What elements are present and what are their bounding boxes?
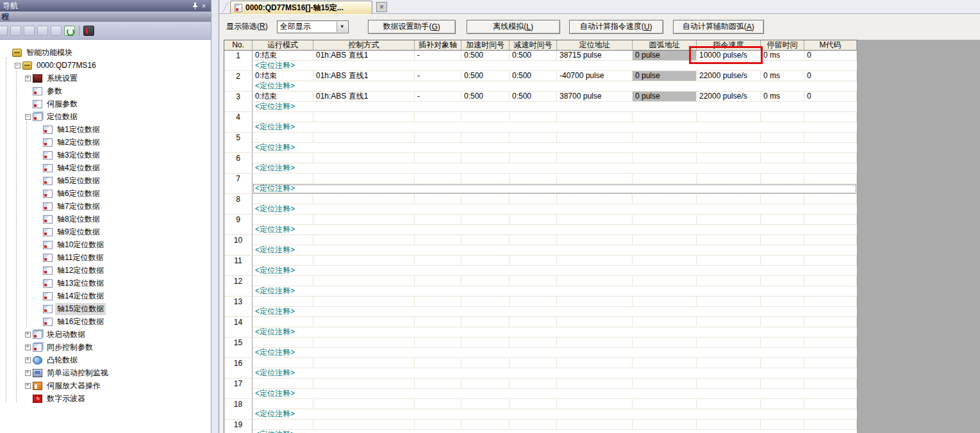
data-cell[interactable] <box>697 317 761 327</box>
data-cell[interactable] <box>804 215 857 225</box>
data-cell[interactable] <box>510 133 557 143</box>
row-number-cell[interactable]: 10 <box>224 235 253 256</box>
data-cell[interactable] <box>415 235 461 245</box>
data-cell[interactable] <box>804 297 857 307</box>
data-cell[interactable] <box>510 194 557 204</box>
row-number-cell[interactable]: 5 <box>224 133 253 153</box>
data-cell[interactable] <box>557 276 633 286</box>
positioning-comment-cell[interactable]: <定位注释> <box>253 327 857 338</box>
data-cell[interactable] <box>697 379 761 389</box>
data-cell[interactable] <box>313 194 415 204</box>
data-cell[interactable] <box>697 194 761 204</box>
data-cell[interactable] <box>253 194 313 204</box>
positioning-comment-cell[interactable]: <定位注释> <box>253 163 857 174</box>
data-cell[interactable] <box>633 194 697 204</box>
row-number-cell[interactable]: 11 <box>224 256 253 276</box>
data-cell[interactable] <box>461 420 510 430</box>
data-cell[interactable] <box>313 256 415 266</box>
data-cell[interactable] <box>510 174 557 184</box>
row-number-cell[interactable]: 16 <box>224 358 253 379</box>
data-cell[interactable] <box>697 399 761 409</box>
data-cell[interactable] <box>761 338 804 348</box>
data-cell[interactable] <box>253 358 313 368</box>
tree-item[interactable]: 轴11定位数据 <box>0 251 210 264</box>
display-filter-select[interactable]: 全部显示 ▼ <box>277 20 349 33</box>
data-cell[interactable] <box>253 153 313 163</box>
expander-box[interactable]: + <box>25 357 31 363</box>
data-cell[interactable] <box>253 133 313 143</box>
positioning-comment-cell[interactable]: <定位注释> <box>253 286 857 297</box>
data-cell[interactable] <box>253 256 313 266</box>
data-cell[interactable] <box>761 276 804 286</box>
data-cell[interactable] <box>697 338 761 348</box>
data-cell[interactable] <box>313 420 415 430</box>
tree-item[interactable]: 轴4定位数据 <box>0 161 210 174</box>
data-cell[interactable] <box>461 256 510 266</box>
row-number-cell[interactable]: 3 <box>224 92 253 112</box>
data-cell[interactable]: 22000 pulse/s <box>697 71 761 81</box>
data-cell[interactable] <box>253 297 313 307</box>
data-cell[interactable] <box>461 174 510 184</box>
expand-plus-icon[interactable]: + <box>23 368 32 377</box>
positioning-comment-cell[interactable]: <定位注释> <box>253 368 857 379</box>
positioning-comment-cell[interactable]: <定位注释> <box>253 143 857 153</box>
data-cell[interactable] <box>804 133 857 143</box>
data-cell[interactable] <box>633 358 697 368</box>
data-cell[interactable] <box>557 297 633 307</box>
tree-item[interactable]: 轴1定位数据 <box>0 123 210 136</box>
positioning-comment-cell[interactable]: <定位注释> <box>253 409 857 420</box>
data-cell[interactable] <box>253 174 313 184</box>
row-number-cell[interactable]: 18 <box>224 399 253 420</box>
tree-item[interactable]: 轴6定位数据 <box>0 187 210 200</box>
data-cell[interactable] <box>313 358 415 368</box>
expand-plus-icon[interactable]: + <box>23 355 32 364</box>
data-cell[interactable] <box>697 297 761 307</box>
data-cell[interactable] <box>804 420 857 430</box>
expand-all-icon[interactable] <box>37 26 48 36</box>
expand-plus-icon[interactable]: + <box>23 74 32 83</box>
tree-item[interactable]: 轴14定位数据 <box>0 290 210 302</box>
data-cell[interactable]: 0:500 <box>461 71 510 81</box>
tree-item[interactable]: +同步控制参数 <box>0 341 210 354</box>
row-number-cell[interactable]: 6 <box>224 153 253 174</box>
data-cell[interactable] <box>557 256 633 266</box>
data-cell[interactable]: 22000 pulse/s <box>697 92 761 102</box>
data-cell[interactable] <box>461 133 510 143</box>
row-number-cell[interactable]: 9 <box>224 215 253 235</box>
data-cell[interactable] <box>253 420 313 430</box>
data-cell[interactable] <box>510 215 557 225</box>
panel-divider[interactable] <box>212 0 219 433</box>
data-cell[interactable]: - <box>415 71 461 81</box>
offline-simulation-button[interactable]: 离线模拟(L) <box>467 20 560 34</box>
data-cell[interactable] <box>253 338 313 348</box>
positioning-comment-cell[interactable]: <定位注释> <box>253 245 857 256</box>
data-cell[interactable] <box>557 112 633 122</box>
tree-item[interactable]: +系统设置 <box>0 72 210 85</box>
data-cell[interactable] <box>415 297 461 307</box>
data-cell[interactable] <box>633 338 697 348</box>
data-cell[interactable] <box>510 399 557 409</box>
data-cell[interactable] <box>461 276 510 286</box>
row-number-cell[interactable]: 8 <box>224 194 253 215</box>
tree-item[interactable]: +简单运动控制监视 <box>0 366 210 379</box>
data-cell[interactable] <box>697 112 761 122</box>
data-cell[interactable] <box>510 256 557 266</box>
data-cell[interactable]: 0 <box>804 51 857 61</box>
data-cell[interactable] <box>313 276 415 286</box>
data-cell[interactable] <box>761 420 804 430</box>
tree-item[interactable]: +伺服放大器操作 <box>0 379 210 392</box>
data-cell[interactable] <box>415 133 461 143</box>
row-number-cell[interactable]: 7 <box>224 174 253 194</box>
tree-item[interactable]: −0000:QD77MS16 <box>0 59 210 72</box>
data-cell[interactable]: 0 ms <box>761 92 804 102</box>
data-cell[interactable] <box>761 112 804 122</box>
data-cell[interactable] <box>697 276 761 286</box>
copy-icon[interactable] <box>10 26 21 36</box>
data-cell[interactable] <box>415 379 461 389</box>
data-cell[interactable] <box>697 174 761 184</box>
data-cell[interactable] <box>761 174 804 184</box>
data-cell[interactable] <box>461 112 510 122</box>
data-cell[interactable] <box>461 358 510 368</box>
refresh-icon[interactable] <box>64 26 75 36</box>
data-cell[interactable]: 0:500 <box>461 51 510 61</box>
